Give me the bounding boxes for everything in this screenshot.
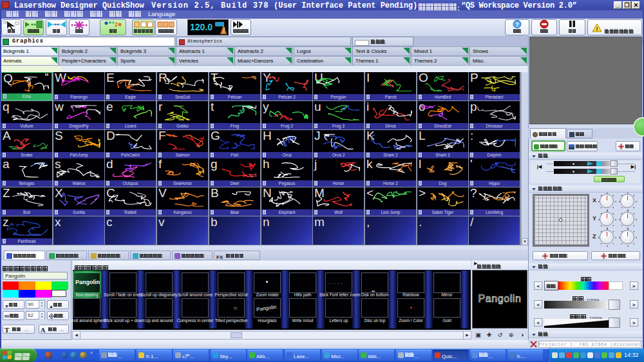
svg-text:?: ?: [515, 21, 519, 28]
svg-text:!: !: [596, 26, 598, 32]
